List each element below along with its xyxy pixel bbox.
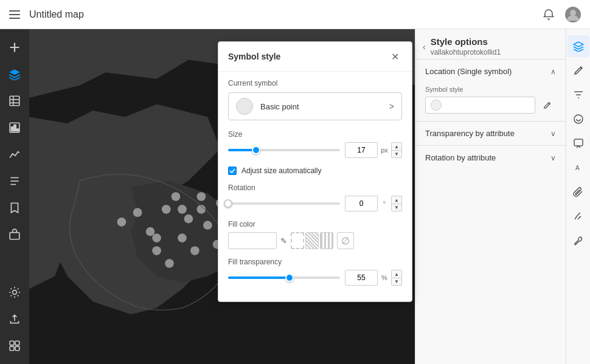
symbol-dialog-close-button[interactable]: ✕	[387, 49, 402, 64]
sidebar-legend[interactable]	[2, 169, 27, 193]
location-section: Location (Single symbol) ∧ Symbol style	[415, 59, 566, 121]
svg-rect-23	[15, 346, 19, 351]
symbol-style-dialog: Symbol style ✕ Current symbol Basic poin…	[218, 41, 412, 302]
size-slider-thumb[interactable]	[252, 146, 260, 154]
sidebar-export[interactable]	[2, 307, 27, 331]
svg-point-4	[570, 10, 576, 16]
sidebar-bookmark[interactable]	[2, 196, 27, 220]
sidebar-clip[interactable]	[2, 222, 27, 247]
fill-transparency-slider[interactable]	[228, 272, 340, 284]
svg-rect-0	[9, 10, 20, 12]
symbol-style-field[interactable]	[425, 97, 535, 114]
symbol-preview-circle	[431, 100, 442, 111]
size-label: Size	[228, 130, 402, 139]
rotation-section-label: Rotation by attribute	[425, 153, 496, 162]
size-increment-button[interactable]: ▲	[391, 142, 402, 150]
fill-color-row-container: Fill color ✎ ∅	[228, 220, 402, 249]
rotation-slider[interactable]	[228, 197, 340, 210]
svg-point-25	[152, 233, 161, 242]
style-options-panel: ‹ Style options vallakohtuprotokollid1 L…	[415, 29, 566, 364]
fill-color-swatch[interactable]	[228, 232, 277, 249]
svg-point-19	[13, 290, 17, 295]
right-panel-tools-btn[interactable]	[567, 230, 589, 252]
svg-point-39	[197, 192, 206, 201]
style-options-subtitle: vallakohtuprotokollid1	[431, 48, 558, 57]
sidebar-analytics[interactable]	[2, 142, 27, 167]
adjust-size-checkbox[interactable]	[228, 167, 237, 175]
sidebar-table[interactable]	[2, 89, 27, 113]
transparency-decrement-button[interactable]: ▼	[391, 278, 402, 286]
right-panel-label-btn[interactable]: A	[567, 157, 589, 179]
fill-color-label: Fill color	[228, 220, 402, 228]
svg-text:A: A	[575, 165, 580, 171]
symbol-style-label: Symbol style	[425, 86, 556, 93]
location-section-header[interactable]: Location (Single symbol) ∧	[415, 60, 566, 83]
fill-transparency-controls: % ▲ ▼	[228, 270, 402, 286]
user-avatar[interactable]	[561, 2, 585, 27]
transparency-section-header[interactable]: Transparency by attribute ∨	[415, 122, 566, 145]
svg-point-30	[178, 233, 187, 242]
transparency-section: Transparency by attribute ∨	[415, 121, 566, 145]
rotation-decrement-button[interactable]: ▼	[391, 204, 402, 211]
sidebar-settings[interactable]	[2, 280, 27, 304]
notification-icon[interactable]	[536, 2, 561, 27]
menu-icon[interactable]	[0, 0, 29, 29]
svg-point-31	[152, 246, 161, 255]
fill-color-preview	[231, 234, 274, 247]
svg-point-32	[165, 259, 174, 268]
right-panel-sketch-btn[interactable]	[567, 205, 589, 227]
fill-pattern-dashed[interactable]	[320, 232, 333, 249]
fill-transparency-label: Fill transparency	[228, 258, 402, 266]
fill-color-edit-icon[interactable]: ✎	[280, 236, 287, 246]
size-decrement-button[interactable]: ▼	[391, 150, 402, 158]
right-panel-popup-btn[interactable]	[567, 132, 589, 154]
right-panel-effects-btn[interactable]	[567, 108, 589, 130]
rotation-increment-button[interactable]: ▲	[391, 196, 402, 204]
transparency-spinner: ▲ ▼	[391, 270, 402, 286]
size-slider[interactable]	[228, 144, 340, 156]
right-panel-layers-btn[interactable]	[567, 35, 589, 57]
rotation-section-header[interactable]: Rotation by attribute ∨	[415, 146, 566, 170]
right-panel-draw-btn[interactable]	[567, 60, 589, 81]
symbol-name-label: Basic point	[260, 102, 389, 111]
svg-rect-14	[16, 129, 18, 131]
fill-pattern-solid[interactable]	[291, 232, 304, 249]
rotation-slider-thumb[interactable]	[224, 199, 232, 208]
svg-rect-7	[10, 96, 19, 106]
rotation-spinner: ▲ ▼	[391, 196, 402, 211]
transparency-number-group: % ▲ ▼	[345, 270, 402, 286]
transparency-increment-button[interactable]: ▲	[391, 270, 402, 278]
adjust-size-checkbox-label: Adjust size automatically	[241, 167, 321, 175]
adjust-size-row: Adjust size automatically	[228, 167, 402, 175]
svg-point-28	[184, 215, 193, 224]
current-symbol-row[interactable]: Basic point >	[228, 92, 402, 120]
fill-color-controls: ✎ ∅	[228, 232, 402, 249]
size-row-container: Size px ▲ ▼	[228, 130, 402, 158]
back-button[interactable]: ‹	[423, 42, 426, 52]
chevron-right-icon: >	[389, 101, 394, 111]
symbol-style-edit-button[interactable]	[539, 97, 556, 114]
fill-no-fill-button[interactable]: ∅	[337, 232, 354, 249]
sidebar-add[interactable]	[2, 35, 27, 60]
sidebar-layers[interactable]	[2, 62, 27, 86]
size-input[interactable]	[345, 142, 378, 158]
left-sidebar	[0, 29, 29, 364]
symbol-dialog-header: Symbol style ✕	[218, 42, 412, 72]
expand-icon-rotation: ∨	[550, 154, 556, 162]
transparency-input[interactable]	[345, 270, 378, 286]
transparency-slider-thumb[interactable]	[285, 273, 294, 282]
sidebar-charts[interactable]	[2, 115, 27, 140]
right-panel-attach-btn[interactable]	[567, 181, 589, 203]
rotation-input[interactable]	[345, 196, 378, 211]
adjust-size-checkbox-row[interactable]: Adjust size automatically	[228, 167, 402, 175]
fill-pattern-dotted[interactable]	[305, 232, 319, 249]
svg-point-33	[190, 246, 200, 255]
current-symbol-label: Current symbol	[228, 79, 402, 88]
symbol-dialog-body: Current symbol Basic point > Size px	[218, 72, 412, 301]
right-icon-panel: A	[566, 29, 590, 364]
sidebar-grid[interactable]	[2, 334, 27, 358]
svg-rect-18	[10, 233, 19, 239]
svg-rect-21	[15, 341, 19, 345]
right-panel-filter-btn[interactable]	[567, 84, 589, 106]
svg-point-44	[574, 115, 583, 123]
